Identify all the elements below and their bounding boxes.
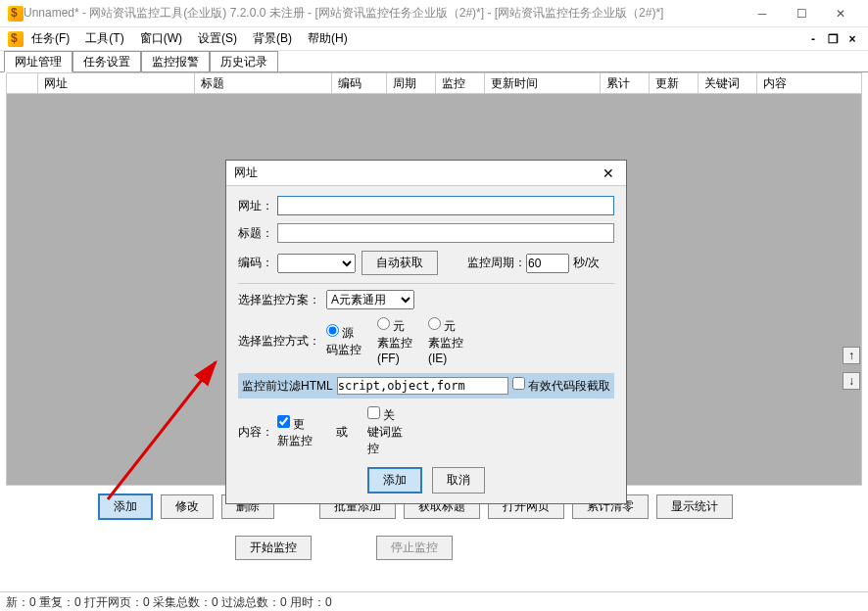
- valid-snippet[interactable]: 有效代码段截取: [512, 377, 610, 395]
- period-input[interactable]: [526, 254, 569, 273]
- th-url[interactable]: 网址: [38, 73, 195, 93]
- th-content[interactable]: 内容: [757, 73, 806, 93]
- method-label: 选择监控方式：: [238, 333, 326, 350]
- minimize-button[interactable]: ─: [743, 0, 782, 27]
- filter-bar: 监控前过滤HTML 有效代码段截取: [238, 373, 614, 399]
- keyword-monitor-checkbox[interactable]: [367, 406, 380, 419]
- add-url-dialog: 网址 ✕ 网址： 标题： 编码： 自动获取 监控周期： 秒/次 选择监控方案： …: [225, 160, 627, 504]
- menu-background[interactable]: 背景(B): [245, 30, 300, 47]
- th-update[interactable]: 更新: [650, 73, 699, 93]
- th-period[interactable]: 周期: [387, 73, 436, 93]
- method-source[interactable]: 源码监控: [326, 324, 365, 358]
- mdi-restore-icon[interactable]: ❐: [825, 31, 841, 47]
- close-button[interactable]: ✕: [821, 0, 860, 27]
- scroll-down-icon[interactable]: ↓: [843, 372, 860, 390]
- app-icon-small: [8, 31, 24, 47]
- maximize-button[interactable]: ☐: [782, 0, 821, 27]
- window-title: Unnamed* - 网站资讯监控工具(企业版) 7.2.0.0 未注册 - […: [24, 5, 743, 22]
- tab-history[interactable]: 历史记录: [210, 51, 278, 71]
- th-title[interactable]: 标题: [195, 73, 332, 93]
- auto-get-button[interactable]: 自动获取: [362, 251, 438, 275]
- tab-monitor-alert[interactable]: 监控报警: [141, 51, 210, 71]
- th-monitor[interactable]: 监控: [436, 73, 485, 93]
- period-unit: 秒/次: [573, 255, 600, 271]
- method-ie-radio[interactable]: [428, 317, 441, 330]
- scheme-label: 选择监控方案：: [238, 292, 326, 308]
- filter-label: 监控前过滤HTML: [242, 378, 333, 395]
- method-ff[interactable]: 元素监控(FF): [377, 317, 416, 365]
- valid-snippet-checkbox[interactable]: [512, 377, 525, 390]
- mdi-minimize-icon[interactable]: -: [805, 31, 821, 47]
- scroll-buttons: ↑ ↓: [843, 347, 860, 390]
- content-label: 内容：: [238, 424, 277, 441]
- menu-help[interactable]: 帮助(H): [300, 30, 356, 47]
- th-update-time[interactable]: 更新时间: [485, 73, 601, 93]
- encoding-select[interactable]: [277, 254, 356, 273]
- period-label: 监控周期：: [467, 255, 526, 271]
- update-monitor-checkbox[interactable]: [277, 415, 290, 428]
- title-input[interactable]: [277, 223, 614, 243]
- scheme-select[interactable]: A元素通用: [326, 290, 414, 309]
- dialog-add-button[interactable]: 添加: [367, 467, 422, 494]
- method-ie[interactable]: 元素监控(IE): [428, 317, 467, 365]
- stop-monitor-button[interactable]: 停止监控: [376, 536, 453, 560]
- start-monitor-button[interactable]: 开始监控: [235, 536, 312, 560]
- encoding-label: 编码：: [238, 255, 277, 271]
- add-button[interactable]: 添加: [98, 494, 153, 520]
- title-label: 标题：: [238, 225, 277, 242]
- statusbar: 新：0 重复：0 打开网页：0 采集总数：0 过滤总数：0 用时：0: [0, 591, 868, 611]
- tab-task-settings[interactable]: 任务设置: [72, 51, 141, 71]
- th-total[interactable]: 累计: [601, 73, 650, 93]
- th-keyword[interactable]: 关键词: [699, 73, 757, 93]
- app-icon: [8, 6, 24, 22]
- dialog-title: 网址: [234, 164, 599, 181]
- tabs: 网址管理 任务设置 监控报警 历史记录: [0, 51, 868, 72]
- table-header: 网址 标题 编码 周期 监控 更新时间 累计 更新 关键词 内容: [6, 72, 862, 94]
- mdi-close-icon[interactable]: ×: [844, 31, 860, 47]
- button-row-2: 开始监控 停止监控: [0, 528, 868, 568]
- or-label: 或: [336, 424, 348, 441]
- filter-input[interactable]: [337, 377, 508, 395]
- titlebar: Unnamed* - 网站资讯监控工具(企业版) 7.2.0.0 未注册 - […: [0, 0, 868, 27]
- url-label: 网址：: [238, 198, 277, 214]
- dialog-cancel-button[interactable]: 取消: [432, 467, 485, 494]
- menu-task[interactable]: 任务(F): [24, 30, 77, 47]
- th-encoding[interactable]: 编码: [332, 73, 387, 93]
- dialog-close-icon[interactable]: ✕: [599, 164, 618, 183]
- method-source-radio[interactable]: [326, 324, 339, 337]
- scroll-up-icon[interactable]: ↑: [843, 347, 860, 364]
- menubar: 任务(F) 工具(T) 窗口(W) 设置(S) 背景(B) 帮助(H) - ❐ …: [0, 27, 868, 51]
- keyword-monitor[interactable]: 关键词监控: [367, 406, 407, 457]
- th-blank[interactable]: [7, 73, 38, 93]
- show-stats-button[interactable]: 显示统计: [656, 494, 733, 519]
- method-ff-radio[interactable]: [377, 317, 390, 330]
- update-monitor[interactable]: 更新监控: [277, 415, 316, 449]
- menu-settings[interactable]: 设置(S): [190, 30, 245, 47]
- edit-button[interactable]: 修改: [161, 494, 214, 519]
- menu-window[interactable]: 窗口(W): [132, 30, 190, 47]
- url-input[interactable]: [277, 196, 614, 215]
- dialog-titlebar: 网址 ✕: [226, 161, 626, 186]
- tab-url-manage[interactable]: 网址管理: [4, 51, 72, 72]
- menu-tools[interactable]: 工具(T): [77, 30, 131, 47]
